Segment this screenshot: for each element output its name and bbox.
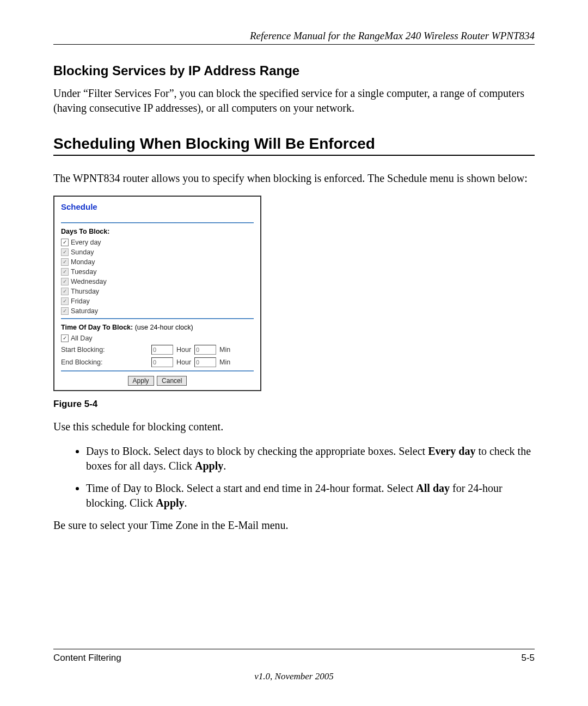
start-blocking-label: Start Blocking: [61, 346, 148, 354]
day-checkbox [61, 307, 69, 315]
day-label: Every day [71, 239, 101, 246]
end-min-input[interactable]: 0 [194, 357, 216, 367]
text-run: . [223, 460, 226, 472]
footer-version: v1.0, November 2005 [53, 671, 535, 682]
schedule-panel: Schedule Days To Block: Every daySundayM… [53, 196, 261, 391]
body-paragraph: The WPNT834 router allows you to specify… [53, 171, 535, 186]
time-heading-note: (use 24-hour clock) [133, 324, 193, 331]
day-row: Wednesday [61, 278, 254, 285]
subsection-heading: Blocking Services by IP Address Range [53, 63, 535, 78]
panel-separator [61, 370, 254, 372]
day-label: Monday [71, 258, 95, 266]
apply-button[interactable]: Apply [128, 376, 154, 386]
text-run: . [185, 497, 187, 509]
day-checkbox [61, 278, 69, 285]
day-row: Friday [61, 297, 254, 305]
day-label: Friday [71, 297, 90, 305]
panel-separator [61, 318, 254, 319]
day-row: Saturday [61, 307, 254, 315]
section-heading: Scheduling When Blocking Will Be Enforce… [53, 135, 535, 153]
day-row: Monday [61, 258, 254, 266]
day-checkbox [61, 268, 69, 276]
all-day-label: All Day [71, 334, 93, 342]
list-item: Days to Block. Select days to block by c… [86, 444, 535, 473]
day-row: Every day [61, 239, 254, 246]
list-item: Time of Day to Block. Select a start and… [86, 481, 535, 510]
footer-left: Content Filtering [53, 653, 121, 664]
panel-separator [61, 222, 254, 223]
text-bold: Apply [195, 460, 223, 472]
day-checkbox[interactable] [61, 239, 69, 246]
day-checkbox [61, 288, 69, 295]
footer-rule-row: Content Filtering 5-5 [53, 649, 535, 664]
end-blocking-row: End Blocking: 0 Hour 0 Min [61, 357, 254, 367]
start-blocking-row: Start Blocking: 0 Hour 0 Min [61, 345, 254, 355]
panel-button-row: Apply Cancel [61, 376, 254, 386]
footer-right: 5-5 [521, 653, 535, 664]
cancel-button[interactable]: Cancel [157, 376, 187, 386]
day-label: Sunday [71, 248, 94, 256]
text-bold: All day [416, 482, 450, 494]
start-min-input[interactable]: 0 [194, 345, 216, 355]
heading-rule [53, 155, 535, 156]
text-run: Time of Day to Block. Select a start and… [86, 482, 416, 494]
text-bold: Every day [428, 445, 475, 457]
end-hour-input[interactable]: 0 [151, 357, 173, 367]
min-label: Min [219, 346, 230, 354]
bullet-list: Days to Block. Select days to block by c… [53, 444, 535, 510]
day-row: Tuesday [61, 268, 254, 276]
page-footer: Content Filtering 5-5 v1.0, November 200… [53, 649, 535, 682]
text-bold: Apply [156, 497, 184, 509]
day-row: Thursday [61, 288, 254, 295]
day-checkbox [61, 258, 69, 266]
body-paragraph: Use this schedule for blocking content. [53, 419, 535, 434]
body-paragraph: Be sure to select your Time Zone in the … [53, 518, 535, 533]
end-blocking-label: End Blocking: [61, 358, 148, 366]
all-day-checkbox[interactable] [61, 334, 69, 342]
body-paragraph: Under “Filter Services For”, you can blo… [53, 86, 535, 115]
day-label: Thursday [71, 288, 99, 295]
day-checkbox [61, 297, 69, 305]
all-day-row: All Day [61, 334, 254, 342]
min-label: Min [219, 358, 230, 366]
day-row: Sunday [61, 248, 254, 256]
day-checkbox [61, 248, 69, 256]
day-label: Saturday [71, 307, 98, 315]
hour-label: Hour [176, 358, 191, 366]
day-label: Wednesday [71, 278, 107, 285]
days-list: Every daySundayMondayTuesdayWednesdayThu… [61, 239, 254, 315]
hour-label: Hour [176, 346, 191, 354]
document-page: Reference Manual for the RangeMax 240 Wi… [0, 0, 588, 706]
time-heading-bold: Time Of Day To Block: [61, 324, 133, 331]
header-title: Reference Manual for the RangeMax 240 Wi… [250, 30, 535, 41]
running-header: Reference Manual for the RangeMax 240 Wi… [53, 30, 535, 45]
figure-caption: Figure 5-4 [53, 399, 535, 410]
text-run: Days to Block. Select days to block by c… [86, 445, 428, 457]
day-label: Tuesday [71, 268, 96, 276]
panel-title: Schedule [61, 202, 254, 211]
days-to-block-heading: Days To Block: [61, 228, 254, 235]
time-of-day-heading: Time Of Day To Block: (use 24-hour clock… [61, 324, 254, 331]
start-hour-input[interactable]: 0 [151, 345, 173, 355]
